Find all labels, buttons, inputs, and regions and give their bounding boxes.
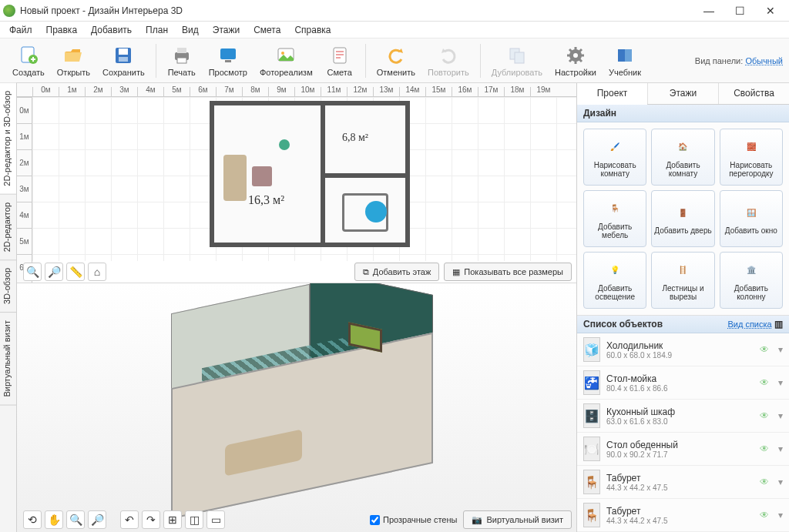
object-item[interactable]: 🍽️Стол обеденный90.0 x 90.2 x 71.7👁▾ <box>577 433 789 466</box>
expand-icon[interactable]: ▾ <box>778 344 783 355</box>
fixture-circle[interactable] <box>365 201 387 223</box>
add-floor-button[interactable]: ⧉Добавить этаж <box>354 263 439 281</box>
save-button[interactable]: Сохранить <box>96 43 151 79</box>
menu-view[interactable]: Вид <box>176 23 205 37</box>
zoom-out-button[interactable]: 🔍 <box>23 263 42 281</box>
panel-mode-link[interactable]: Обычный <box>745 56 783 65</box>
photorealism-button[interactable]: Фотореализм <box>253 43 319 79</box>
add-window-button[interactable]: 🪟Добавить окно <box>720 190 783 247</box>
pan-button[interactable]: ✋ <box>45 510 63 529</box>
print-button[interactable]: Печать <box>161 43 203 79</box>
close-button[interactable]: ✕ <box>755 1 786 21</box>
side-view-button[interactable]: ▭ <box>206 510 225 529</box>
front-view-button[interactable]: ◫ <box>185 510 203 529</box>
home-button[interactable]: ⌂ <box>88 263 106 281</box>
design-tools-grid: 🖌️Нарисовать комнату 🏠Добавить комнату 🧱… <box>577 122 789 316</box>
menu-file[interactable]: Файл <box>3 23 39 37</box>
plan-2d-area[interactable]: 0м1м2м3м4м5м6м7м8м9м10м11м12м13м14м15м16… <box>17 83 576 283</box>
tab-project[interactable]: Проект <box>577 83 647 105</box>
menu-estimate[interactable]: Смета <box>247 23 287 37</box>
expand-icon[interactable]: ▾ <box>778 410 783 421</box>
zoom-in-3d[interactable]: 🔎 <box>88 510 106 529</box>
undo-view-button[interactable]: ↶ <box>120 510 139 529</box>
object-item[interactable]: 🪑Табурет44.3 x 44.2 x 47.5👁▾ <box>577 466 789 499</box>
menu-edit[interactable]: Правка <box>40 23 84 37</box>
transparent-walls-checkbox[interactable]: Прозрачные стены <box>370 515 457 525</box>
ruler-vertical: 0м1м2м3м4м5м6м <box>17 97 32 283</box>
visibility-toggle[interactable]: 👁 <box>760 377 769 388</box>
plan-toolbar: 🔍 🔎 📏 ⌂ <box>23 263 106 281</box>
stairs-cutouts-button[interactable]: 🪜Лестницы и вырезы <box>651 252 714 309</box>
minimize-button[interactable]: — <box>693 1 724 21</box>
visibility-toggle[interactable]: 👁 <box>760 410 769 421</box>
table-2d[interactable] <box>252 166 272 186</box>
view-3d-area[interactable]: ⟲ ✋ 🔍 🔎 ↶ ↷ ⊞ ◫ ▭ Прозрачные стены 📷Вирт… <box>17 283 576 532</box>
create-button[interactable]: Создать <box>6 43 51 79</box>
window-title: Новый проект - Дизайн Интерьера 3D <box>20 5 693 16</box>
visibility-toggle[interactable]: 👁 <box>760 344 769 355</box>
expand-icon[interactable]: ▾ <box>778 443 783 454</box>
sofa-2d[interactable] <box>223 155 247 201</box>
tab-2d-and-3d[interactable]: 2D-редактор и 3D-обзор <box>0 83 16 195</box>
undo-button[interactable]: Отменить <box>371 43 421 79</box>
orbit-button[interactable]: ⟲ <box>23 510 42 529</box>
expand-icon[interactable]: ▾ <box>778 477 783 487</box>
plant-2d[interactable] <box>279 139 290 150</box>
maximize-button[interactable]: ☐ <box>724 1 755 21</box>
wall-icon: 🧱 <box>740 136 762 158</box>
menu-plan[interactable]: План <box>139 23 174 37</box>
tab-3d-overview[interactable]: 3D-обзор <box>0 260 16 313</box>
menu-add[interactable]: Добавить <box>85 23 138 37</box>
visibility-toggle[interactable]: 👁 <box>760 510 769 520</box>
iso-render[interactable] <box>171 299 456 499</box>
object-item[interactable]: 🪑Табурет44.3 x 44.2 x 47.5👁▾ <box>577 499 789 532</box>
draw-partition-button[interactable]: 🧱Нарисовать перегородку <box>720 129 783 186</box>
add-door-button[interactable]: 🚪Добавить дверь <box>651 190 714 247</box>
list-view-link[interactable]: Вид списка <box>727 320 771 329</box>
zoom-in-button[interactable]: 🔎 <box>45 263 63 281</box>
preview-button[interactable]: Просмотр <box>203 43 253 79</box>
redo-button[interactable]: Повторить <box>421 43 475 79</box>
object-item[interactable]: 🚰Стол-мойка80.4 x 61.6 x 86.6👁▾ <box>577 366 789 400</box>
column-icon: 🏛️ <box>740 259 762 281</box>
show-all-sizes-button[interactable]: ▦Показывать все размеры <box>444 263 572 281</box>
svg-point-11 <box>281 52 284 55</box>
zoom-out-3d[interactable]: 🔍 <box>66 510 85 529</box>
tab-floors[interactable]: Этажи <box>647 83 718 104</box>
add-room-button[interactable]: 🏠Добавить комнату <box>651 129 714 186</box>
object-thumb: 🗄️ <box>583 403 600 428</box>
virtual-visit-button[interactable]: 📷Виртуальный визит <box>463 510 572 529</box>
object-item[interactable]: 🧊Холодильник60.0 x 68.0 x 184.9👁▾ <box>577 333 789 366</box>
draw-room-button[interactable]: 🖌️Нарисовать комнату <box>583 129 646 186</box>
floorplan-drawing[interactable]: 16,3 м² 6,8 м² <box>210 101 410 255</box>
menu-floors[interactable]: Этажи <box>206 23 246 37</box>
tutorial-button[interactable]: Учебник <box>603 43 647 79</box>
tab-virtual-visit[interactable]: Виртуальный визит <box>0 313 16 406</box>
estimate-button[interactable]: Смета <box>319 43 361 79</box>
menubar: Файл Правка Добавить План Вид Этажи Смет… <box>0 22 789 38</box>
add-furniture-button[interactable]: 🪑Добавить мебель <box>583 190 646 247</box>
menu-help[interactable]: Справка <box>288 23 337 37</box>
settings-button[interactable]: Настройки <box>549 43 603 79</box>
add-column-button[interactable]: 🏛️Добавить колонну <box>720 252 783 309</box>
expand-icon[interactable]: ▾ <box>778 510 783 520</box>
top-view-button[interactable]: ⊞ <box>163 510 182 529</box>
measure-button[interactable]: 📏 <box>66 263 85 281</box>
visibility-toggle[interactable]: 👁 <box>760 477 769 487</box>
tab-properties[interactable]: Свойства <box>718 83 789 104</box>
visibility-toggle[interactable]: 👁 <box>760 443 769 454</box>
redo-view-button[interactable]: ↷ <box>142 510 160 529</box>
object-name: Стол обеденный <box>606 440 754 450</box>
svg-rect-12 <box>334 48 346 63</box>
add-floor-icon: ⧉ <box>363 267 369 277</box>
add-lighting-button[interactable]: 💡Добавить освещение <box>583 252 646 309</box>
duplicate-button[interactable]: Дублировать <box>485 43 549 79</box>
object-dims: 63.0 x 61.6 x 83.0 <box>606 417 754 426</box>
object-item[interactable]: 🗄️Кухонный шкаф63.0 x 61.6 x 83.0👁▾ <box>577 400 789 433</box>
canvas-2d[interactable]: 16,3 м² 6,8 м² <box>32 97 576 261</box>
expand-icon[interactable]: ▾ <box>778 377 783 388</box>
open-button[interactable]: Открыть <box>51 43 96 79</box>
objects-list[interactable]: 🧊Холодильник60.0 x 68.0 x 184.9👁▾🚰Стол-м… <box>577 333 789 532</box>
tab-2d-editor[interactable]: 2D-редактор <box>0 195 16 260</box>
list-settings-icon[interactable]: ▥ <box>774 319 783 330</box>
